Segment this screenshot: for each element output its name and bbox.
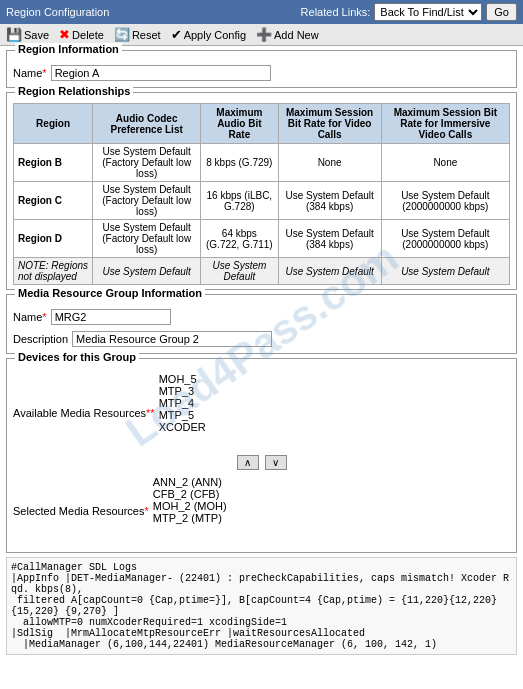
selected-resources-label: Selected Media Resources* — [13, 505, 149, 517]
list-item[interactable]: MTP_2 (MTP) — [153, 512, 333, 524]
save-icon: 💾 — [6, 27, 22, 42]
col-audio-codec: Audio Codec Preference List — [93, 104, 201, 144]
col-max-audio-bit-rate: Maximum Audio Bit Rate — [201, 104, 278, 144]
mrg-name-input[interactable] — [51, 309, 171, 325]
list-item[interactable]: MOH_5 — [159, 373, 339, 385]
mrg-description-label: Description — [13, 333, 68, 345]
delete-icon: ✖ — [59, 27, 70, 42]
list-item[interactable]: CFB_2 (CFB) — [153, 488, 333, 500]
list-item[interactable]: MTP_4 — [159, 397, 339, 409]
region-table: Region Audio Codec Preference List Maxim… — [13, 103, 510, 285]
delete-button[interactable]: ✖ Delete — [59, 27, 104, 42]
mrg-description-input[interactable] — [72, 331, 272, 347]
title-bar: Region Configuration Related Links: Back… — [0, 0, 523, 24]
related-links-select[interactable]: Back To Find/List — [374, 3, 482, 21]
region-relationships-label: Region Relationships — [15, 85, 133, 97]
move-down-button[interactable]: ∨ — [265, 455, 287, 470]
apply-config-button[interactable]: ✔ Apply Config — [171, 27, 246, 42]
add-new-button[interactable]: ➕ Add New — [256, 27, 319, 42]
go-button[interactable]: Go — [486, 3, 517, 21]
region-info-section: Region Information Name* — [6, 50, 517, 88]
list-item[interactable]: XCODER — [159, 421, 339, 433]
mrg-name-label: Name* — [13, 311, 47, 323]
list-item[interactable]: ANN_2 (ANN) — [153, 476, 333, 488]
selected-resources-list[interactable]: ANN_2 (ANN)CFB_2 (CFB)MOH_2 (MOH)MTP_2 (… — [153, 476, 333, 546]
available-resources-list[interactable]: MOH_5MTP_3MTP_4MTP_5XCODER — [159, 373, 339, 453]
page-title: Region Configuration — [6, 6, 109, 18]
table-row: NOTE: Regions not displayedUse System De… — [14, 258, 510, 285]
col-max-session-immersive: Maximum Session Bit Rate for Immersive V… — [381, 104, 509, 144]
log-section: #CallManager SDL Logs |AppInfo |DET-Medi… — [6, 557, 517, 655]
add-icon: ➕ — [256, 27, 272, 42]
related-links-label: Related Links: — [301, 6, 371, 18]
list-item[interactable]: MTP_5 — [159, 409, 339, 421]
region-info-label: Region Information — [15, 43, 122, 55]
region-name-input[interactable] — [51, 65, 271, 81]
mrg-label: Media Resource Group Information — [15, 287, 205, 299]
related-links: Related Links: Back To Find/List Go — [301, 3, 517, 21]
name-label: Name* — [13, 67, 47, 79]
apply-icon: ✔ — [171, 27, 182, 42]
devices-section: Devices for this Group Available Media R… — [6, 358, 517, 553]
table-row: Region BUse System Default (Factory Defa… — [14, 144, 510, 182]
col-max-session-video: Maximum Session Bit Rate for Video Calls — [278, 104, 381, 144]
available-resources-label: Available Media Resources** — [13, 407, 155, 419]
save-button[interactable]: 💾 Save — [6, 27, 49, 42]
region-relationships-section: Region Relationships Region Audio Codec … — [6, 92, 517, 290]
list-item[interactable]: MTP_3 — [159, 385, 339, 397]
table-row: Region DUse System Default (Factory Defa… — [14, 220, 510, 258]
devices-label: Devices for this Group — [15, 351, 139, 363]
move-up-button[interactable]: ∧ — [237, 455, 259, 470]
reset-button[interactable]: 🔄 Reset — [114, 27, 161, 42]
list-item[interactable]: MOH_2 (MOH) — [153, 500, 333, 512]
reset-icon: 🔄 — [114, 27, 130, 42]
col-region: Region — [14, 104, 93, 144]
table-row: Region CUse System Default (Factory Defa… — [14, 182, 510, 220]
mrg-section: Media Resource Group Information Name* D… — [6, 294, 517, 354]
